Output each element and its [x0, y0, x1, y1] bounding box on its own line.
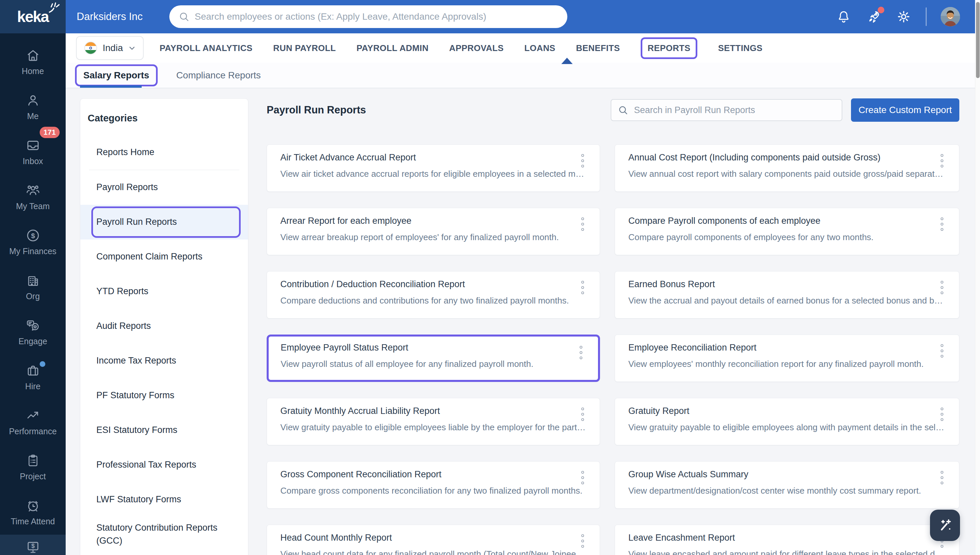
- tab-payroll-admin[interactable]: PAYROLL ADMIN: [357, 43, 428, 53]
- kebab-menu-icon[interactable]: [579, 470, 586, 486]
- report-card-compare-payroll-components-of-each-employee[interactable]: Compare Payroll components of each emplo…: [615, 208, 959, 255]
- report-card-employee-reconciliation-report[interactable]: Employee Reconciliation ReportView emplo…: [615, 335, 959, 382]
- report-card-head-count-monthly-report[interactable]: Head Count Monthly ReportView head count…: [267, 525, 600, 555]
- kebab-menu-icon[interactable]: [938, 153, 946, 169]
- category-esi-statutory-forms[interactable]: ESI Statutory Forms: [80, 413, 248, 448]
- sidebar-item-my-finances[interactable]: $My Finances: [0, 220, 66, 265]
- kebab-menu-icon[interactable]: [938, 279, 946, 295]
- rocket-icon[interactable]: [866, 9, 882, 25]
- tab-compliance-reports[interactable]: Compliance Reports: [176, 70, 261, 81]
- team-icon: [26, 183, 41, 198]
- tab-benefits[interactable]: BENEFITS: [576, 43, 620, 53]
- report-subtabs: Salary Reports Compliance Reports: [66, 63, 980, 88]
- global-search-input[interactable]: [195, 11, 559, 22]
- content-area: Categories Reports HomePayroll ReportsPa…: [66, 88, 980, 555]
- report-card-employee-payroll-status-report[interactable]: Employee Payroll Status ReportView payro…: [267, 335, 600, 382]
- kebab-menu-icon[interactable]: [938, 216, 946, 232]
- sidebar-item-label: My Team: [16, 201, 50, 211]
- module-nav: India PAYROLL ANALYTICSRUN PAYROLLPAYROL…: [66, 34, 980, 63]
- main-column: Darksiders Inc: [66, 0, 980, 555]
- sidebar-item-engage[interactable]: Engage: [0, 310, 66, 354]
- report-card-annual-cost-report-including-components-paid-outside-gross[interactable]: Annual Cost Report (Including components…: [615, 144, 959, 192]
- ai-assistant-fab[interactable]: [930, 510, 960, 541]
- kebab-menu-icon[interactable]: [938, 406, 946, 422]
- tab-settings[interactable]: SETTINGS: [718, 43, 763, 53]
- kebab-menu-icon[interactable]: [938, 343, 946, 359]
- sidebar-menu: HomeMe171InboxMy Team$My FinancesOrgEnga…: [0, 34, 66, 555]
- kebab-menu-icon[interactable]: [577, 345, 585, 361]
- report-description: View arrear breakup report of employees'…: [280, 232, 586, 242]
- report-card-leave-encashment-report[interactable]: Leave Encashment ReportView leave encash…: [615, 525, 959, 555]
- sidebar-item-my-team[interactable]: My Team: [0, 175, 66, 220]
- sidebar-item-label: Inbox: [23, 156, 43, 166]
- kebab-menu-icon[interactable]: [579, 279, 586, 295]
- create-custom-report-button[interactable]: Create Custom Report: [851, 98, 959, 122]
- bell-icon[interactable]: [836, 9, 852, 25]
- sidebar-item-org[interactable]: Org: [0, 265, 66, 310]
- report-card-earned-bonus-report[interactable]: Earned Bonus ReportView the accrual and …: [615, 271, 959, 319]
- report-card-arrear-report-for-each-employee[interactable]: Arrear Report for each employeeView arre…: [267, 208, 600, 255]
- category-lwf-statutory-forms[interactable]: LWF Statutory Forms: [80, 482, 248, 517]
- scrollbar-track[interactable]: [975, 0, 980, 555]
- topbar-divider: [926, 7, 927, 26]
- category-payroll-reports[interactable]: Payroll Reports: [80, 170, 248, 205]
- report-card-gratuity-report[interactable]: Gratuity ReportView gratuity payable to …: [615, 398, 959, 445]
- tab-loans[interactable]: LOANS: [524, 43, 555, 53]
- report-card-group-wise-actuals-summary[interactable]: Group Wise Actuals SummaryView departmen…: [615, 461, 959, 508]
- kebab-menu-icon[interactable]: [579, 406, 586, 422]
- tab-approvals[interactable]: APPROVALS: [449, 43, 504, 53]
- sidebar-item-performance[interactable]: Performance: [0, 399, 66, 444]
- category-component-claim-reports[interactable]: Component Claim Reports: [80, 239, 248, 274]
- category-income-tax-reports[interactable]: Income Tax Reports: [80, 343, 248, 378]
- global-search[interactable]: [169, 5, 568, 28]
- category-statutory-contribution-reports-gcc[interactable]: Statutory Contribution Reports (GCC): [80, 517, 248, 552]
- avatar[interactable]: [941, 7, 960, 26]
- user-icon: [26, 93, 41, 108]
- report-title: Compare Payroll components of each emplo…: [628, 215, 946, 226]
- report-title: Air Ticket Advance Accrual Report: [280, 152, 586, 163]
- kebab-menu-icon[interactable]: [579, 533, 586, 549]
- engage-icon: [26, 318, 41, 333]
- report-cards-grid: Air Ticket Advance Accrual ReportView ai…: [267, 144, 959, 555]
- report-card-gross-component-reconciliation-report[interactable]: Gross Component Reconciliation ReportCom…: [267, 461, 600, 508]
- region-selector[interactable]: India: [76, 36, 144, 60]
- inbox-icon: [26, 138, 41, 153]
- sidebar-item-me[interactable]: Me: [0, 84, 66, 130]
- category-ytd-reports[interactable]: YTD Reports: [80, 274, 248, 309]
- category-professional-tax-reports[interactable]: Professional Tax Reports: [80, 448, 248, 482]
- report-card-contribution-deduction-reconciliation-report[interactable]: Contribution / Deduction Reconciliation …: [267, 271, 600, 319]
- category-audit-reports[interactable]: Audit Reports: [80, 309, 248, 343]
- payroll-monitor-icon: $: [26, 539, 41, 555]
- module-tabs: PAYROLL ANALYTICSRUN PAYROLLPAYROLL ADMI…: [160, 37, 763, 59]
- active-tab-pointer: [561, 58, 573, 64]
- report-description: View gratuity payable to eligible employ…: [280, 422, 586, 433]
- chevron-down-icon: [128, 44, 136, 52]
- tab-reports[interactable]: REPORTS: [641, 37, 697, 59]
- keka-logo[interactable]: keka: [0, 0, 66, 34]
- sidebar-item-project[interactable]: Project: [0, 444, 66, 489]
- sidebar-item-home[interactable]: Home: [0, 39, 66, 84]
- category-pf-statutory-forms[interactable]: PF Statutory Forms: [80, 378, 248, 413]
- kebab-menu-icon[interactable]: [579, 216, 586, 232]
- reports-search[interactable]: [611, 99, 843, 121]
- scrollbar-thumb[interactable]: [976, 2, 980, 78]
- report-description: View leave encashed and amount paid for …: [628, 549, 946, 555]
- tab-payroll-analytics[interactable]: PAYROLL ANALYTICS: [160, 43, 253, 53]
- sidebar-item-hire[interactable]: Hire: [0, 354, 66, 399]
- reports-search-input[interactable]: [634, 105, 836, 115]
- report-card-gratuity-monthly-accrual-liability-report[interactable]: Gratuity Monthly Accrual Liability Repor…: [267, 398, 600, 445]
- sidebar-item-inbox[interactable]: 171Inbox: [0, 130, 66, 175]
- report-card-air-ticket-advance-accrual-report[interactable]: Air Ticket Advance Accrual ReportView ai…: [267, 144, 600, 192]
- report-title: Arrear Report for each employee: [280, 215, 586, 226]
- category-payroll-run-reports[interactable]: Payroll Run Reports: [80, 205, 248, 239]
- sidebar-item-payroll[interactable]: $: [0, 535, 66, 555]
- tab-salary-reports[interactable]: Salary Reports: [75, 64, 158, 87]
- tab-run-payroll[interactable]: RUN PAYROLL: [273, 43, 336, 53]
- kebab-menu-icon[interactable]: [579, 153, 586, 169]
- category-reports-home[interactable]: Reports Home: [80, 135, 248, 170]
- reports-section: Payroll Run Reports Create Custom Report…: [267, 98, 959, 555]
- sidebar-item-time-attend[interactable]: Time Attend: [0, 489, 66, 535]
- reports-header: Payroll Run Reports Create Custom Report: [267, 98, 959, 122]
- kebab-menu-icon[interactable]: [938, 470, 946, 486]
- gear-icon[interactable]: [896, 9, 912, 25]
